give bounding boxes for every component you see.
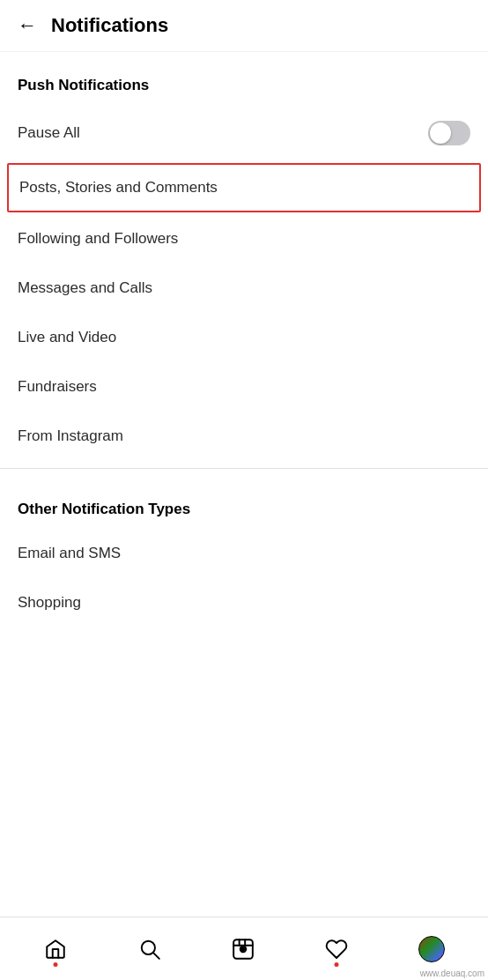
heart-icon <box>324 937 349 961</box>
pause-all-item[interactable]: Pause All <box>0 105 488 161</box>
messages-calls-item[interactable]: Messages and Calls <box>0 264 488 313</box>
posts-stories-comments-item[interactable]: Posts, Stories and Comments <box>7 163 481 212</box>
email-sms-label: Email and SMS <box>18 545 121 562</box>
reels-icon <box>231 937 255 961</box>
other-notifications-section-header: Other Notification Types <box>0 476 488 529</box>
toggle-knob <box>430 122 451 144</box>
svg-line-1 <box>153 953 159 959</box>
posts-stories-comments-label: Posts, Stories and Comments <box>19 179 218 197</box>
section-divider <box>0 468 488 469</box>
from-instagram-item[interactable]: From Instagram <box>0 412 488 461</box>
profile-avatar <box>418 936 445 962</box>
fundraisers-label: Fundraisers <box>18 378 97 396</box>
nav-reels[interactable] <box>220 930 266 969</box>
following-followers-item[interactable]: Following and Followers <box>0 214 488 264</box>
watermark: www.deuaq.com <box>417 967 488 980</box>
shopping-item[interactable]: Shopping <box>0 578 488 627</box>
pause-all-label: Pause All <box>18 124 80 142</box>
back-button[interactable]: ← <box>18 14 37 37</box>
home-nav-dot <box>54 962 58 967</box>
pause-all-toggle[interactable] <box>428 121 470 145</box>
main-content: Push Notifications Pause All Posts, Stor… <box>0 52 488 698</box>
following-followers-label: Following and Followers <box>18 230 178 248</box>
nav-profile[interactable] <box>408 929 455 969</box>
shopping-label: Shopping <box>18 594 81 612</box>
activity-nav-dot <box>335 962 339 967</box>
page-title: Notifications <box>51 14 168 37</box>
email-sms-item[interactable]: Email and SMS <box>0 529 488 578</box>
fundraisers-item[interactable]: Fundraisers <box>0 362 488 412</box>
nav-activity[interactable] <box>314 930 359 969</box>
live-video-label: Live and Video <box>18 329 116 346</box>
from-instagram-label: From Instagram <box>18 427 123 445</box>
live-video-item[interactable]: Live and Video <box>0 313 488 362</box>
nav-home[interactable] <box>33 930 78 969</box>
pause-all-toggle-container <box>428 121 470 145</box>
home-icon <box>43 937 68 961</box>
nav-search[interactable] <box>127 930 173 969</box>
header: ← Notifications <box>0 0 488 52</box>
search-icon <box>137 937 162 961</box>
push-notifications-section-header: Push Notifications <box>0 52 488 105</box>
bottom-nav <box>0 917 488 980</box>
messages-calls-label: Messages and Calls <box>18 279 152 297</box>
